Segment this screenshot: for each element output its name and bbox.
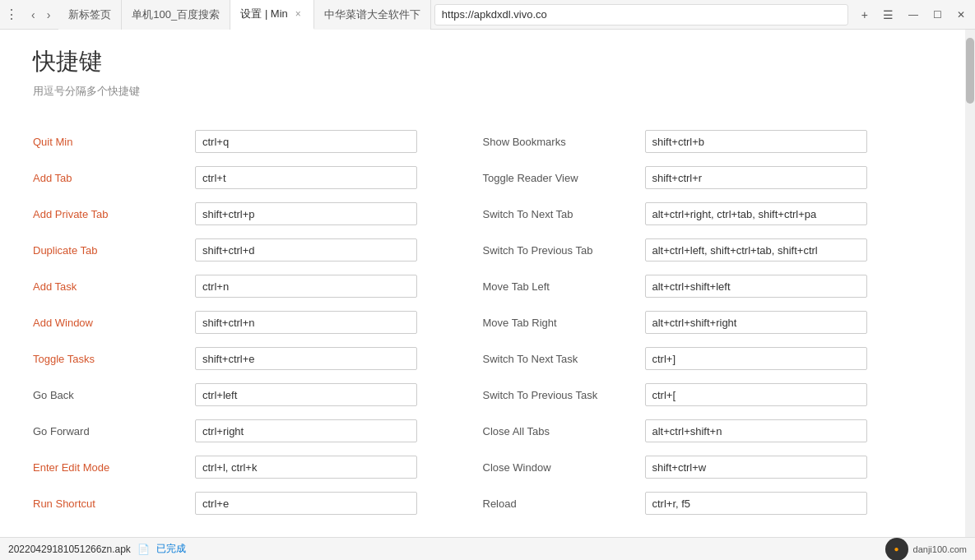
shortcut-input[interactable] <box>195 275 417 298</box>
scrollbar-thumb[interactable] <box>966 38 974 104</box>
shortcut-input[interactable] <box>195 347 417 370</box>
shortcut-label: Toggle Reader View <box>483 172 635 184</box>
shortcut-row-left: Enter Edit Mode <box>33 449 483 485</box>
main-content: 快捷键 用逗号分隔多个快捷键 Quit MinShow BookmarksAdd… <box>0 30 965 537</box>
shortcut-input[interactable] <box>645 492 867 515</box>
shortcut-input[interactable] <box>645 456 867 479</box>
shortcut-row-right: Close Window <box>483 449 933 485</box>
tab-label: 中华菜谱大全软件下 <box>324 7 420 22</box>
tab-设置-|-min[interactable]: 设置 | Min× <box>230 0 314 30</box>
shortcut-row-left: Add Private Tab <box>33 196 483 232</box>
shortcut-input[interactable] <box>645 238 867 261</box>
hamburger-menu-button[interactable]: ☰ <box>876 7 900 23</box>
shortcut-row-right: Switch To Previous Tab <box>483 232 933 268</box>
shortcut-label: Go Back <box>33 389 185 401</box>
menu-dots-icon[interactable]: ⋮ <box>0 7 23 22</box>
shortcut-row-left: Go Back <box>33 377 483 413</box>
shortcut-label: Enter Edit Mode <box>33 461 185 474</box>
nav-buttons: ‹ › <box>23 7 58 23</box>
tab-label: 新标签页 <box>68 7 111 22</box>
shortcut-label: Duplicate Tab <box>33 244 185 257</box>
address-text: https://apkdxdl.vivo.co <box>442 8 547 21</box>
shortcut-row-left: Add Tab <box>33 160 483 196</box>
shortcut-row-left: Go Forward <box>33 413 483 449</box>
statusbar-right: ● danji100.com <box>885 538 967 561</box>
shortcut-input[interactable] <box>195 238 417 261</box>
shortcut-label: Run Shortcut <box>33 498 185 510</box>
shortcut-label: Quit Min <box>33 136 185 148</box>
shortcut-row-left: Quit Min <box>33 123 483 160</box>
shortcut-input[interactable] <box>195 383 417 406</box>
shortcut-input[interactable] <box>195 456 417 479</box>
download-status: 已完成 <box>156 542 186 556</box>
maximize-button[interactable]: ☐ <box>926 7 949 22</box>
back-button[interactable]: ‹ <box>26 7 40 23</box>
shortcut-label: Reload <box>483 498 635 510</box>
shortcut-label: Toggle Tasks <box>33 353 185 365</box>
tab-label: 单机100_百度搜索 <box>132 7 220 22</box>
shortcut-input[interactable] <box>645 130 867 153</box>
danji-site-label: danji100.com <box>913 544 967 554</box>
shortcut-row-right: Toggle Reader View <box>483 160 933 196</box>
shortcut-input[interactable] <box>195 202 417 225</box>
shortcut-row-left: Run Shortcut <box>33 485 483 521</box>
shortcut-row-right: Switch To Previous Task <box>483 377 933 413</box>
shortcut-label: Move Tab Right <box>483 317 635 329</box>
shortcut-row-right: Switch To Next Tab <box>483 196 933 232</box>
minimize-button[interactable]: — <box>902 7 925 22</box>
tab-中华菜谱大全软件下[interactable]: 中华菜谱大全软件下 <box>314 0 431 30</box>
tab-label: 设置 | Min <box>240 7 288 21</box>
tab-close-button[interactable]: × <box>293 7 304 21</box>
titlebar-actions: + ☰ — ☐ ✕ <box>852 7 975 23</box>
shortcut-input[interactable] <box>195 311 417 334</box>
shortcut-label: Add Tab <box>33 172 185 184</box>
shortcut-row-left: Toggle Tasks <box>33 340 483 377</box>
tab-新标签页[interactable]: 新标签页 <box>58 0 122 30</box>
page-subtitle: 用逗号分隔多个快捷键 <box>33 84 932 99</box>
shortcut-input[interactable] <box>195 166 417 189</box>
file-type-icon: 📄 <box>137 544 150 555</box>
shortcut-label: Add Private Tab <box>33 208 185 220</box>
shortcut-input[interactable] <box>195 130 417 153</box>
address-bar[interactable]: https://apkdxdl.vivo.co <box>434 4 848 25</box>
content-area: 快捷键 用逗号分隔多个快捷键 Quit MinShow BookmarksAdd… <box>0 30 975 537</box>
shortcut-input[interactable] <box>645 166 867 189</box>
shortcut-row-right: Move Tab Left <box>483 268 933 304</box>
shortcut-input[interactable] <box>645 347 867 370</box>
close-button[interactable]: ✕ <box>950 7 972 22</box>
shortcut-label: Switch To Next Task <box>483 353 635 365</box>
shortcut-input[interactable] <box>195 419 417 442</box>
shortcut-label: Show Bookmarks <box>483 136 635 148</box>
shortcut-label: Switch To Next Tab <box>483 208 635 220</box>
statusbar: 20220429181051266zn.apk 📄 已完成 ● danji100… <box>0 537 975 560</box>
shortcut-input[interactable] <box>645 202 867 225</box>
shortcut-row-left: Add Window <box>33 304 483 340</box>
shortcut-row-left: Duplicate Tab <box>33 232 483 268</box>
new-tab-button[interactable]: + <box>855 7 875 23</box>
shortcut-label: Close All Tabs <box>483 425 635 437</box>
tabs-container: 新标签页单机100_百度搜索设置 | Min×中华菜谱大全软件下 <box>58 0 431 30</box>
filename-label: 20220429181051266zn.apk <box>8 544 131 555</box>
shortcut-row-right: Close All Tabs <box>483 413 933 449</box>
forward-button[interactable]: › <box>42 7 56 23</box>
shortcut-label: Go Forward <box>33 425 185 437</box>
page-title: 快捷键 <box>33 46 932 77</box>
shortcut-row-right: Show Bookmarks <box>483 123 933 160</box>
shortcut-input[interactable] <box>645 311 867 334</box>
titlebar: ⋮ ‹ › 新标签页单机100_百度搜索设置 | Min×中华菜谱大全软件下 h… <box>0 0 975 30</box>
scrollbar[interactable] <box>965 30 975 537</box>
shortcut-input[interactable] <box>645 383 867 406</box>
tab-单机100_百度搜索[interactable]: 单机100_百度搜索 <box>122 0 230 30</box>
shortcut-label: Close Window <box>483 461 635 474</box>
danji-logo: ● <box>885 538 908 561</box>
shortcut-row-right: Reload <box>483 485 933 521</box>
shortcuts-grid: Quit MinShow BookmarksAdd TabToggle Read… <box>33 123 932 521</box>
shortcut-row-right: Move Tab Right <box>483 304 933 340</box>
shortcut-input[interactable] <box>645 275 867 298</box>
shortcut-label: Move Tab Left <box>483 280 635 293</box>
shortcut-label: Add Task <box>33 280 185 293</box>
shortcut-label: Add Window <box>33 317 185 329</box>
shortcut-input[interactable] <box>195 492 417 515</box>
shortcut-label: Switch To Previous Task <box>483 389 635 401</box>
shortcut-input[interactable] <box>645 419 867 442</box>
